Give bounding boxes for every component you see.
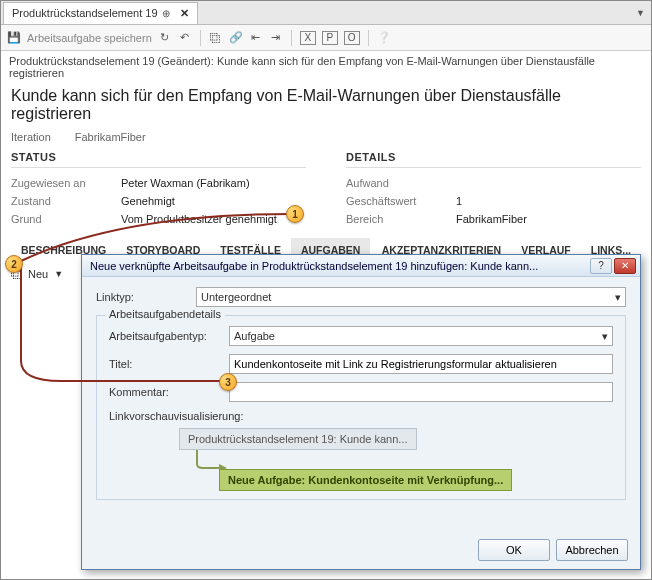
document-tab[interactable]: Produktrückstandselement 19 ⊕ ✕ xyxy=(3,2,198,24)
state-value[interactable]: Genehmigt xyxy=(121,195,175,207)
title-label: Titel: xyxy=(109,358,229,370)
preview-label: Linkvorschauvisualisierung: xyxy=(109,410,613,422)
close-button[interactable]: ✕ xyxy=(614,258,636,274)
close-icon[interactable]: ✕ xyxy=(180,7,189,20)
page-title: Kunde kann sich für den Empfang von E-Ma… xyxy=(1,83,651,131)
iteration-row: Iteration FabrikamFiber xyxy=(1,131,651,151)
help-icon[interactable]: ❔ xyxy=(377,31,391,45)
box-o-icon[interactable]: O xyxy=(344,31,360,45)
title-input[interactable] xyxy=(229,354,613,374)
details-column: DETAILS Aufwand Geschäftswert1 BereichFa… xyxy=(346,151,641,228)
chevron-down-icon: ▾ xyxy=(602,330,608,343)
comment-input[interactable] xyxy=(229,382,613,402)
effort-label: Aufwand xyxy=(346,177,456,189)
box-x-icon[interactable]: X xyxy=(300,31,316,45)
type-select[interactable]: Aufgabe ▾ xyxy=(229,326,613,346)
pin-icon[interactable]: ⊕ xyxy=(162,8,170,19)
fieldset-legend: Arbeitsaufgabendetails xyxy=(105,308,225,320)
new-button[interactable]: Neu xyxy=(28,268,48,280)
assigned-value[interactable]: Peter Waxman (Fabrikam) xyxy=(121,177,250,189)
dialog-title: Neue verknüpfte Arbeitsaufgabe in Produk… xyxy=(86,260,588,272)
iteration-value[interactable]: FabrikamFiber xyxy=(75,131,146,143)
preview-parent-node: Produktrückstandselement 19: Kunde kann.… xyxy=(179,428,417,450)
callout-1: 1 xyxy=(286,205,304,223)
box-p-icon[interactable]: P xyxy=(322,31,338,45)
linktype-value: Untergeordnet xyxy=(201,291,271,303)
linktype-select[interactable]: Untergeordnet ▾ xyxy=(196,287,626,307)
help-button[interactable]: ? xyxy=(590,258,612,274)
details-header: DETAILS xyxy=(346,151,641,168)
area-value[interactable]: FabrikamFiber xyxy=(456,213,527,225)
assigned-label: Zugewiesen an xyxy=(11,177,121,189)
area-label: Bereich xyxy=(346,213,456,225)
preview-child-node: Neue Aufgabe: Kundenkontoseite mit Verkn… xyxy=(219,469,512,491)
reason-value[interactable]: Vom Produktbesitzer genehmigt xyxy=(121,213,277,225)
refresh-icon[interactable]: ↻ xyxy=(158,31,172,45)
callout-3: 3 xyxy=(219,373,237,391)
workitem-details-fieldset: Arbeitsaufgabendetails Arbeitsaufgabenty… xyxy=(96,315,626,500)
ok-button[interactable]: OK xyxy=(478,539,550,561)
cancel-button[interactable]: Abbrechen xyxy=(556,539,628,561)
tab-title: Produktrückstandselement 19 xyxy=(12,7,158,19)
chevron-down-icon[interactable]: ▼ xyxy=(54,269,63,279)
link-preview: Produktrückstandselement 19: Kunde kann.… xyxy=(109,428,613,491)
undo-icon[interactable]: ↶ xyxy=(178,31,192,45)
dialog-titlebar[interactable]: Neue verknüpfte Arbeitsaufgabe in Produk… xyxy=(82,255,640,277)
callout-2: 2 xyxy=(5,255,23,273)
status-column: STATUS Zugewiesen anPeter Waxman (Fabrik… xyxy=(11,151,306,228)
linktype-label: Linktyp: xyxy=(96,291,196,303)
link-icon[interactable]: 🔗 xyxy=(229,31,243,45)
tab-overflow-icon[interactable]: ▼ xyxy=(636,8,645,18)
comment-label: Kommentar: xyxy=(109,386,229,398)
outdent-icon[interactable]: ⇤ xyxy=(249,31,263,45)
save-button[interactable]: Arbeitsaufgabe speichern xyxy=(27,32,152,44)
iteration-label: Iteration xyxy=(11,131,51,143)
indent-icon[interactable]: ⇥ xyxy=(269,31,283,45)
status-header: STATUS xyxy=(11,151,306,168)
type-value: Aufgabe xyxy=(234,330,275,342)
copy-icon[interactable]: ⿻ xyxy=(209,31,223,45)
document-tab-bar: Produktrückstandselement 19 ⊕ ✕ ▼ xyxy=(1,1,651,25)
save-icon[interactable]: 💾 xyxy=(7,31,21,45)
biz-value[interactable]: 1 xyxy=(456,195,462,207)
reason-label: Grund xyxy=(11,213,121,225)
state-label: Zustand xyxy=(11,195,121,207)
new-linked-workitem-dialog: Neue verknüpfte Arbeitsaufgabe in Produk… xyxy=(81,254,641,570)
chevron-down-icon: ▾ xyxy=(615,291,621,304)
breadcrumb: Produktrückstandselement 19 (Geändert): … xyxy=(1,51,651,83)
biz-label: Geschäftswert xyxy=(346,195,456,207)
type-label: Arbeitsaufgabentyp: xyxy=(109,330,229,342)
toolbar: 💾 Arbeitsaufgabe speichern ↻ ↶ ⿻ 🔗 ⇤ ⇥ X… xyxy=(1,25,651,51)
